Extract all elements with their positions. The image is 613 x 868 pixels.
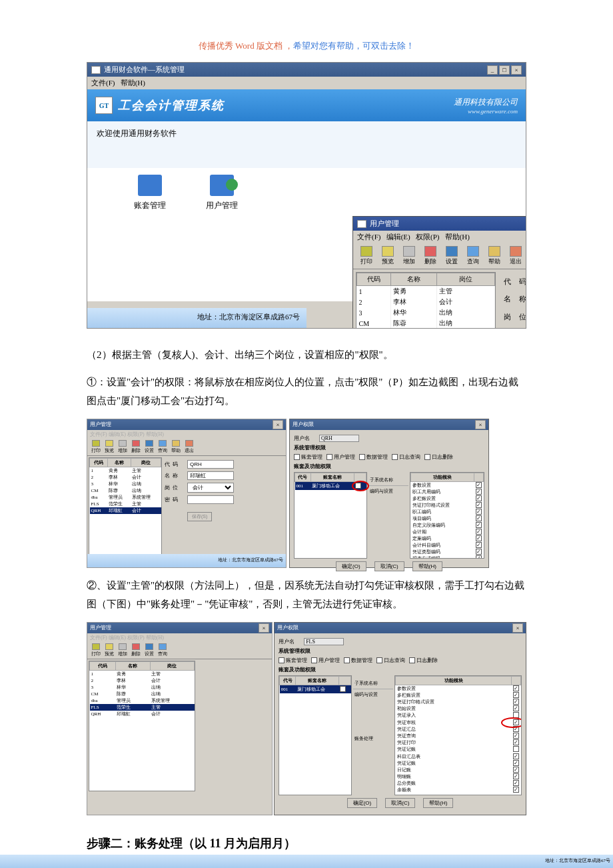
welcome-bar: 欢迎使用通用财务软件 bbox=[87, 121, 526, 168]
table-row: 2李林会计 bbox=[357, 297, 495, 307]
dialog-menubar: 文件(F) 编辑(E) 权限(P) 帮助(H) bbox=[353, 231, 526, 243]
ok-button[interactable]: 确定(O) bbox=[336, 561, 366, 571]
menu-help[interactable]: 帮助(H) bbox=[121, 79, 145, 87]
table-row: CM陈蓉出纳 bbox=[357, 318, 495, 329]
delete-icon bbox=[424, 246, 436, 257]
checkbox-icon[interactable] bbox=[355, 483, 361, 489]
window-title: 通用财会软件—系统管理 bbox=[104, 65, 185, 75]
account-list[interactable]: 代号账套名称 001厦门移动工会 bbox=[294, 472, 367, 559]
table-row: 3林华出纳 bbox=[357, 307, 495, 318]
dlg-menu-edit[interactable]: 编辑(E) bbox=[386, 233, 410, 241]
folder-icon bbox=[138, 175, 162, 196]
add-icon bbox=[403, 246, 415, 257]
table-row: 1黄勇主管 bbox=[357, 286, 495, 297]
tb-preview[interactable]: 预览 bbox=[378, 246, 397, 266]
dialog-title: 用户管理 bbox=[370, 219, 399, 229]
cancel-button[interactable]: 取消(C) bbox=[374, 561, 404, 571]
user-dialog: 用户管理 × 文件(F) 编辑(E) 权限(P) 帮助(H) 打印 预览 增加 … bbox=[352, 216, 526, 329]
screenshot-pair-2: 用户管理× 文件(F) 编辑(E) 权限(P) 帮助(H) 打印 预览 增加 删… bbox=[87, 622, 526, 815]
help-button[interactable]: 帮助(H) bbox=[412, 561, 442, 571]
preview-icon bbox=[382, 246, 394, 257]
menu-file[interactable]: 文件(F) bbox=[91, 79, 115, 87]
paragraph-2: （2）根据主管（复核人)、会计、出纳三个岗位，设置相应的"权限"。 bbox=[87, 345, 526, 365]
module-accounts[interactable]: 账套管理 bbox=[134, 175, 166, 211]
settings-icon bbox=[446, 246, 458, 257]
footer-address: 地址：北京市海淀区阜成路67号 bbox=[87, 308, 306, 328]
user-form: 代码 名称 岗位会计 密码 保存(S) bbox=[498, 269, 526, 329]
paragraph-3: ①：设置"会计"的权限：将鼠标放在相应岗位人的位置，点击"权限"（P）如左边截图… bbox=[87, 373, 526, 411]
app-icon bbox=[91, 66, 101, 74]
module-users[interactable]: 用户管理 bbox=[206, 175, 238, 211]
header-title: 工会会计管理系统 bbox=[118, 97, 454, 113]
tb-print[interactable]: 打印 bbox=[357, 246, 376, 266]
tb-delete[interactable]: 删除 bbox=[421, 246, 440, 266]
screenshot-pair-1: 用户管理× 文件(F) 编辑(E) 权限(P) 帮助(H) 打印 预览 增加 删… bbox=[87, 419, 526, 568]
header-banner: 传播优秀 Word 版文档 ，希望对您有帮助，可双击去除！ bbox=[87, 40, 526, 52]
dlg-menu-help[interactable]: 帮助(H) bbox=[445, 233, 470, 241]
tb-query[interactable]: 查询 bbox=[464, 246, 482, 266]
menubar: 文件(F) 帮助(H) bbox=[87, 77, 526, 89]
header-strip: GT 工会会计管理系统 通用科技有限公司 www.generware.com bbox=[87, 89, 526, 121]
main-window: 通用财会软件—系统管理 _ □ × 文件(F) 帮助(H) GT 工会会计管理系… bbox=[87, 62, 526, 329]
tb-exit[interactable]: 退出 bbox=[506, 246, 525, 266]
step-2-heading: 步骤二：账务处理（以 11 月为启用月） bbox=[87, 835, 526, 851]
query-icon bbox=[467, 246, 479, 257]
dlg-menu-file[interactable]: 文件(F) bbox=[357, 233, 380, 241]
close-button[interactable]: × bbox=[511, 65, 522, 75]
logo-icon: GT bbox=[95, 97, 113, 114]
mini-user-dialog-2: 用户管理× 文件(F) 编辑(E) 权限(P) 帮助(H) 打印 预览 增加 删… bbox=[87, 622, 273, 815]
user-table[interactable]: 代码名称岗位 1黄勇主管 2李林会计 3林华出纳 CM陈蓉出纳 dba管理员系统… bbox=[356, 272, 496, 329]
titlebar: 通用财会软件—系统管理 _ □ × bbox=[87, 63, 526, 77]
paragraph-4: ②、设置"主管"的权限（方法同上），但是，因系统无法自动打勾凭证审核权限，需手工… bbox=[87, 576, 526, 614]
dialog-icon bbox=[357, 220, 366, 228]
tb-settings[interactable]: 设置 bbox=[442, 246, 461, 266]
mini-user-dialog: 用户管理× 文件(F) 编辑(E) 权限(P) 帮助(H) 打印 预览 增加 删… bbox=[87, 419, 287, 568]
maximize-button[interactable]: □ bbox=[499, 65, 510, 75]
dlg-menu-perm[interactable]: 权限(P) bbox=[416, 233, 439, 241]
print-icon bbox=[360, 246, 372, 257]
dialog-toolbar: 打印 预览 增加 删除 设置 查询 帮助 退出 bbox=[353, 243, 526, 269]
exit-icon bbox=[510, 246, 522, 257]
tb-help[interactable]: 帮助 bbox=[485, 246, 504, 266]
minimize-button[interactable]: _ bbox=[487, 65, 498, 75]
permission-dialog-1: 用户权限× 用户名QRH 系统管理权限 账套管理 用户管理 数据管理 日志查询 … bbox=[289, 419, 489, 568]
users-icon bbox=[210, 175, 234, 196]
help-icon bbox=[488, 246, 500, 257]
company-block: 通用科技有限公司 www.generware.com bbox=[454, 97, 518, 115]
tb-add[interactable]: 增加 bbox=[400, 246, 418, 266]
function-tree[interactable]: 功能模块 参数设置 职工共用编码 多栏账设置 凭证打印格式设置 职工编码 项目编… bbox=[410, 472, 484, 559]
permission-dialog-2: 用户权限× 用户名FLS 系统管理权限 账套管理 用户管理 数据管理 日志查询 … bbox=[274, 622, 526, 815]
